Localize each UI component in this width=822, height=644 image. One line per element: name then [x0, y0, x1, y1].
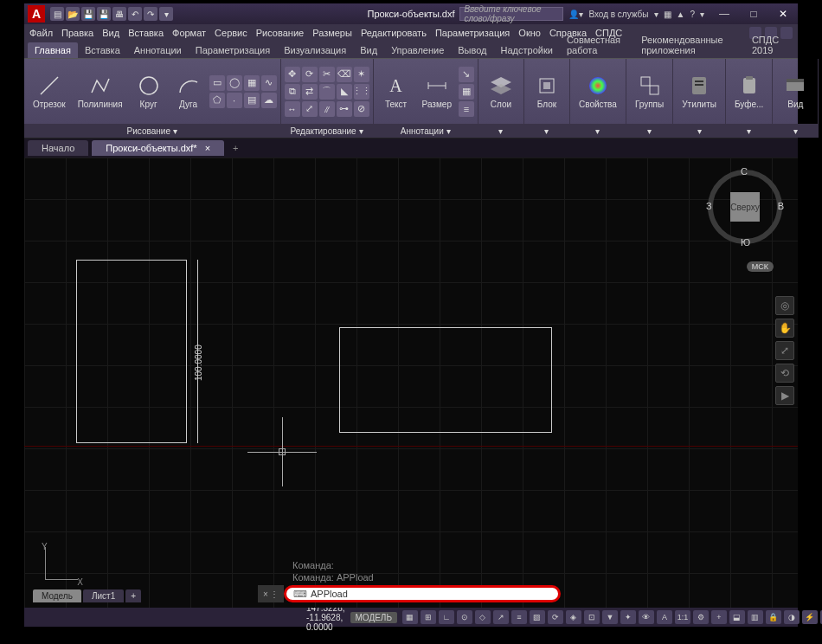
panel-layers[interactable]: Слои ▾ — [478, 59, 524, 138]
qat-open-icon[interactable]: 📂 — [66, 7, 80, 21]
gizmo-icon[interactable]: ✦ — [620, 610, 636, 624]
rotate-icon[interactable]: ⟳ — [302, 67, 318, 82]
osnap-toggle-icon[interactable]: ◇ — [475, 610, 491, 624]
grid-toggle-icon[interactable]: ▦ — [402, 610, 418, 624]
ribbontab-view[interactable]: Вид — [353, 42, 384, 58]
point-icon[interactable]: · — [227, 93, 242, 108]
menu-window[interactable]: Окно — [518, 28, 541, 38]
menu-insert[interactable]: Вставка — [128, 28, 164, 38]
transparency-icon[interactable]: ▨ — [530, 610, 545, 624]
space-badge[interactable]: МОДЕЛЬ — [350, 612, 397, 623]
menu-modify[interactable]: Редактировать — [361, 28, 427, 38]
ribbontab-visualize[interactable]: Визуализация — [277, 42, 353, 58]
ribbontab-output[interactable]: Вывод — [451, 42, 493, 58]
ribbontab-featured[interactable]: Рекомендованные приложения — [634, 32, 745, 58]
fillet-icon[interactable]: ⌒ — [319, 84, 335, 100]
copy-icon[interactable]: ⧉ — [285, 84, 300, 100]
panel-view[interactable]: Вид ▾ — [773, 59, 819, 138]
wcs-badge[interactable]: МСК — [747, 261, 774, 272]
qat-more-icon[interactable]: ▾ — [159, 7, 173, 21]
orbit-icon[interactable]: ⟲ — [775, 364, 794, 383]
selection-cycling-icon[interactable]: ⟳ — [548, 610, 563, 624]
cmdline-handle[interactable]: ×⋮ — [258, 585, 284, 602]
panel-properties[interactable]: Свойства ▾ — [570, 59, 626, 138]
panel-annotate-title[interactable]: Аннотации▾ — [374, 124, 478, 138]
qat-save-icon[interactable]: 💾 — [81, 7, 95, 21]
leader-icon[interactable]: ↘ — [459, 67, 474, 82]
filetab-current[interactable]: Прокси-объекты.dxf* × — [92, 140, 224, 156]
autodesk-app-icon[interactable]: ▦ — [664, 10, 671, 19]
hatch-icon[interactable]: ▦ — [244, 75, 260, 91]
arc-button[interactable]: Дуга — [170, 72, 208, 111]
showmotion-icon[interactable]: ▶ — [775, 386, 794, 405]
menu-dimension[interactable]: Размеры — [312, 28, 352, 38]
app-logo[interactable]: A — [28, 5, 45, 23]
ribbontab-annotate[interactable]: Аннотации — [127, 42, 189, 58]
steering-wheel-icon[interactable]: ◎ — [775, 296, 794, 315]
annotation-visibility-icon[interactable]: 👁 — [639, 610, 654, 624]
move-icon[interactable]: ✥ — [285, 67, 300, 82]
menu-tools[interactable]: Сервис — [215, 28, 247, 38]
cmdline-grip-icon[interactable]: ⋮ — [270, 589, 279, 599]
mtext-icon[interactable]: ≡ — [459, 101, 474, 117]
panel-groups[interactable]: Группы ▾ — [626, 59, 673, 138]
scale-icon[interactable]: ⤢ — [302, 101, 318, 117]
drawing-rect-1[interactable] — [76, 260, 187, 443]
polygon-icon[interactable]: ⬠ — [209, 93, 225, 108]
dynamic-ucs-icon[interactable]: ⊡ — [584, 610, 600, 624]
mirror-icon[interactable]: ⇄ — [302, 84, 318, 100]
workspace-switch-icon[interactable]: ⚙ — [693, 610, 709, 624]
revision-icon[interactable]: ☁ — [261, 93, 277, 108]
selection-filter-icon[interactable]: ▼ — [602, 610, 618, 624]
otrack-toggle-icon[interactable]: ↗ — [493, 610, 509, 624]
3dosnap-icon[interactable]: ◈ — [566, 610, 581, 624]
erase-icon[interactable]: ⌫ — [337, 67, 352, 82]
ribbontab-parametric[interactable]: Параметризация — [189, 42, 277, 58]
layout-model[interactable]: Модель — [33, 589, 81, 602]
close-cmdline-icon[interactable]: × — [263, 589, 268, 599]
graphics-performance-icon[interactable]: ⚡ — [802, 610, 818, 624]
region-icon[interactable]: ▤ — [244, 93, 260, 108]
panel-modify-title[interactable]: Редактирование▾ — [281, 124, 373, 138]
viewcube[interactable]: Сверху С Ю В З — [708, 170, 782, 244]
menu-format[interactable]: Формат — [172, 28, 206, 38]
pan-icon[interactable]: ✋ — [775, 319, 794, 338]
layout-sheet1[interactable]: Лист1 — [83, 589, 124, 602]
ribbontab-manage[interactable]: Управление — [384, 42, 451, 58]
qat-saveas-icon[interactable]: 💾 — [97, 7, 111, 21]
drawing-rect-2[interactable] — [339, 327, 552, 433]
break-icon[interactable]: ⊘ — [354, 101, 369, 117]
cmdline-customize-icon[interactable]: ⌨ — [293, 589, 307, 600]
explode-icon[interactable]: ✶ — [354, 67, 369, 82]
snap-toggle-icon[interactable]: ⊞ — [421, 610, 436, 624]
spline-icon[interactable]: ∿ — [261, 75, 277, 91]
ellipse-icon[interactable]: ◯ — [227, 75, 242, 91]
panel-utilities[interactable]: Утилиты ▾ — [673, 59, 726, 138]
panel-draw-title[interactable]: Рисование▾ — [24, 124, 280, 138]
offset-icon[interactable]: ⫽ — [319, 101, 335, 117]
maximize-button[interactable]: □ — [739, 3, 768, 24]
ribbontab-addins[interactable]: Надстройки — [494, 42, 560, 58]
lock-ui-icon[interactable]: 🔒 — [766, 610, 781, 624]
drawing-canvas[interactable]: 100.0000 Сверху С Ю В З МСК ◎ ✋ ⤢ ⟲ ▶ Y — [24, 158, 798, 608]
lineweight-toggle-icon[interactable]: ≡ — [511, 610, 527, 624]
command-line-input[interactable]: ⌨ APPload — [284, 585, 561, 602]
ortho-toggle-icon[interactable]: ∟ — [439, 610, 454, 624]
filetab-start[interactable]: Начало — [28, 140, 88, 156]
qat-new-icon[interactable]: ▤ — [50, 7, 64, 21]
units-icon[interactable]: ⬓ — [729, 610, 745, 624]
line-button[interactable]: Отрезок — [28, 72, 71, 111]
menu-parametric[interactable]: Параметризация — [435, 28, 510, 38]
ribbontab-insert[interactable]: Вставка — [78, 42, 127, 58]
account-icon[interactable]: 👤▾ — [568, 10, 583, 19]
share-icon[interactable]: ▲ — [677, 10, 685, 19]
polar-toggle-icon[interactable]: ⊙ — [457, 610, 472, 624]
minimize-button[interactable]: — — [710, 3, 739, 24]
annotation-monitor-icon[interactable]: + — [711, 610, 727, 624]
help-dropdown-icon[interactable]: ▾ — [700, 10, 704, 19]
circle-button[interactable]: Круг — [130, 72, 168, 111]
qat-undo-icon[interactable]: ↶ — [128, 7, 142, 21]
panel-block[interactable]: Блок ▾ — [524, 59, 570, 138]
qat-plot-icon[interactable]: 🖶 — [112, 7, 126, 21]
table-icon[interactable]: ▦ — [459, 84, 474, 100]
